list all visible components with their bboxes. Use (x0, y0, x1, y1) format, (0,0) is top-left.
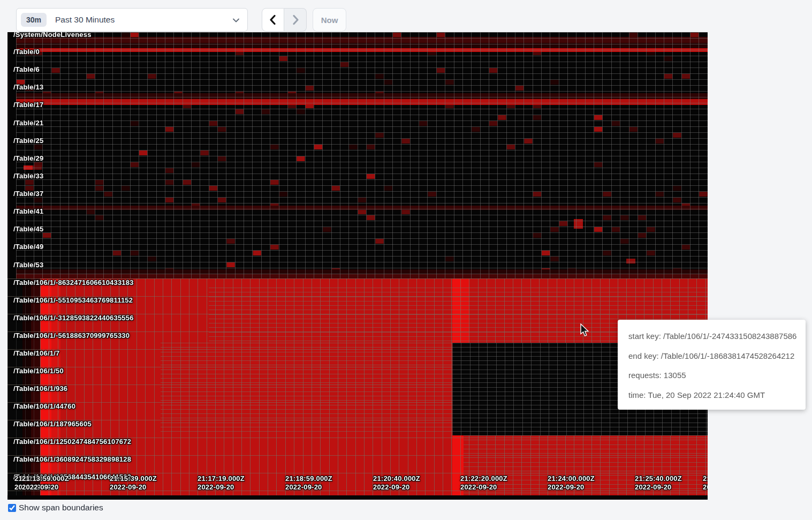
span-boundaries-label: Show span boundaries (19, 503, 103, 513)
key-visualizer-page: 30m Past 30 Minutes Now /System/NodeLive… (0, 0, 812, 520)
tooltip-start-key: start key: /Table/106/1/-247433150824388… (628, 327, 795, 346)
tooltip-time: time: Tue, 20 Sep 2022 21:24:40 GMT (628, 386, 795, 405)
previous-range-button[interactable] (262, 8, 284, 32)
time-nav-group (262, 8, 307, 32)
chevron-right-icon (291, 14, 300, 25)
time-range-badge: 30m (21, 13, 47, 27)
time-range-select[interactable]: 30m Past 30 Minutes (16, 8, 248, 32)
heatmap-container: /System/NodeLiveness/Table/0/Table/6/Tab… (7, 32, 708, 500)
time-range-label: Past 30 Minutes (55, 15, 115, 25)
chevron-down-icon (232, 17, 240, 24)
key-visualizer-heatmap[interactable] (7, 32, 708, 500)
span-boundaries-checkbox[interactable] (8, 504, 16, 512)
tooltip-requests: requests: 13055 (628, 366, 795, 386)
footer-row: Show span boundaries (8, 503, 103, 513)
next-range-button[interactable] (284, 8, 307, 32)
range-tooltip: start key: /Table/106/1/-247433150824388… (618, 320, 806, 410)
tooltip-end-key: end key: /Table/106/1/-18683814745282642… (628, 346, 795, 366)
chevron-left-icon (269, 14, 277, 25)
now-button[interactable]: Now (313, 8, 346, 32)
